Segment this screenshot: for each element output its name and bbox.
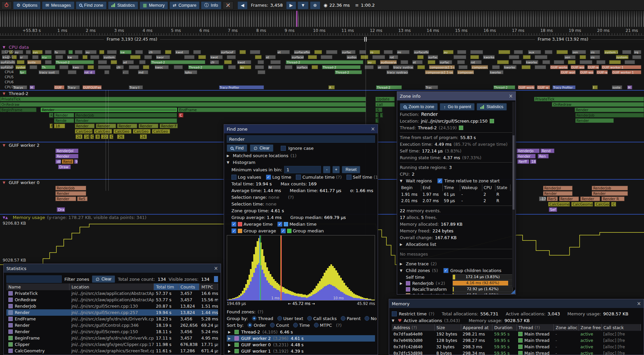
timeline-zone[interactable]: RenderJol [55, 148, 78, 153]
time-ruler[interactable]: +55.83 s 1 ms2 ms3 ms4 ms5 ms6 ms7 ms8 m… [0, 27, 644, 36]
table-row[interactable]: Renderjni/../jni/src/guif/Control.cpp:34… [6, 322, 218, 328]
timeline-zone[interactable]: Ren [538, 154, 549, 159]
timeline-zone[interactable]: CalcGeo [133, 129, 151, 134]
cpu-segment[interactable] [224, 60, 232, 64]
scrollbar-thumb[interactable] [513, 135, 515, 210]
cpu-segment[interactable]: surfacefl [291, 55, 304, 59]
timeline-zone[interactable]: Render [517, 154, 536, 159]
cpu-segment[interactable] [75, 50, 83, 54]
cpu-segment[interactable]: surfacefing [414, 50, 429, 54]
timeline-zone[interactable]: Render [55, 191, 86, 196]
timeline-zone[interactable]: C [178, 113, 183, 118]
cpu-segment[interactable] [457, 50, 466, 54]
radio-button[interactable] [314, 323, 319, 327]
memory-col-header[interactable]: Call stack [601, 324, 641, 331]
cpu-segment[interactable]: cfr [148, 50, 161, 54]
find-zone-titlebar[interactable]: Find zone × [224, 125, 378, 133]
options-button[interactable]: ⚙Options [13, 1, 41, 9]
cpu-segment[interactable]: M [627, 85, 632, 89]
alloc-call-stack[interactable]: [alloc] [fre [601, 350, 641, 355]
cpu-segment[interactable] [258, 60, 264, 64]
cpu-segment[interactable] [459, 65, 468, 69]
stats-col-header[interactable]: MTPC [199, 283, 218, 290]
cpu-segment[interactable]: surfaceflinge [294, 50, 311, 54]
cpu-segment[interactable]: Thread-2 [55, 60, 94, 64]
alloc-call-stack[interactable]: [alloc] [fre [601, 331, 641, 337]
cpu-segment[interactable] [498, 50, 510, 54]
timeline-zone[interactable]: RerS [547, 196, 558, 201]
cpu-segment[interactable] [227, 55, 236, 59]
cpu-segment[interactable] [523, 55, 531, 59]
radio-button[interactable] [248, 323, 252, 327]
found-zone-group[interactable]: ▶GUIF worker 0(3,231)4.48 s [227, 342, 375, 348]
cpu-segment[interactable]: ad [122, 60, 134, 64]
timeline-zone[interactable]: C [90, 134, 94, 139]
cpu-segment[interactable] [258, 70, 265, 74]
source-color-swatch[interactable] [490, 119, 494, 123]
cpu-segment[interactable]: composer@ [471, 65, 488, 69]
cpu-segment[interactable]: au [443, 50, 453, 54]
timeline-zone[interactable]: Render [575, 118, 614, 123]
min-bin-input[interactable] [284, 166, 321, 173]
memory-col-header[interactable]: Zone alloc [554, 324, 579, 331]
cpu-segment[interactable]: system_s [604, 50, 618, 54]
cpu-segment[interactable] [32, 55, 39, 59]
group-children-checkbox[interactable]: ✓ [443, 268, 448, 273]
timeline-zone[interactable]: Update [375, 97, 395, 101]
timeline-zone[interactable]: RenderJob [75, 113, 177, 118]
messages-button[interactable]: ✉Messages [42, 1, 74, 9]
cpu-segment[interactable] [255, 55, 261, 59]
histogram-plot[interactable]: 1 ms10 ms [227, 235, 375, 301]
cpu-segment[interactable]: kw [120, 50, 131, 54]
timeline-zone[interactable]: Rerff [517, 159, 529, 164]
cpu-segment[interactable]: kwo [72, 65, 84, 69]
timeline-zone[interactable]: RenderJo [517, 148, 540, 153]
cpu-segment[interactable] [270, 60, 281, 64]
cpu-segment[interactable]: cfr [210, 60, 219, 64]
cpu-segment[interactable] [492, 65, 500, 69]
cpu-segment[interactable] [622, 50, 631, 54]
cpu-segment[interactable]: kworke [503, 65, 516, 69]
timeline-zone[interactable]: Render [75, 124, 95, 128]
timeline-zone[interactable]: T [375, 118, 379, 123]
timeline-zone[interactable]: RenderJol [543, 186, 573, 190]
timeline-zone[interactable]: Dra [57, 207, 65, 212]
table-row[interactable]: RenderJobjni/../jni/src/guif/Screen.cpp:… [6, 303, 218, 309]
cpu-segment[interactable] [59, 65, 68, 69]
cpu-segment[interactable]: Thread-2 [335, 70, 362, 74]
cpu-segment[interactable] [596, 60, 605, 64]
cpu-segment[interactable] [144, 55, 152, 59]
cpu-segment[interactable]: kworke [483, 55, 495, 59]
table-row[interactable]: Clipperjni/../jni/src/claw/gfx/geo/Clipp… [6, 341, 218, 348]
close-icon[interactable]: × [508, 94, 513, 99]
checkbox[interactable]: ✓ [277, 222, 282, 227]
cpu-segment[interactable]: Tracy Profiler [552, 85, 576, 89]
chevron-right-icon[interactable]: ▶ [227, 154, 231, 158]
timeline-zone[interactable]: S [375, 113, 379, 118]
timeline-zone[interactable]: Draw [58, 165, 71, 169]
crosshair-button[interactable]: ⊕ [310, 1, 320, 9]
chevron-down-icon[interactable]: ▼ [400, 179, 404, 183]
cpu-segment[interactable] [632, 55, 641, 59]
table-row[interactable]: Renderjni/../jni/src/guif/Screen.cpp:150… [6, 328, 218, 335]
cpu-segment[interactable] [580, 60, 592, 64]
cpu-segment[interactable] [143, 65, 149, 69]
cpu-segment[interactable]: surfacef [220, 50, 236, 54]
cpu-segment[interactable]: mi [397, 50, 410, 54]
cpu-segment[interactable]: Th [41, 65, 55, 69]
memory-button[interactable]: ▦Memory [140, 1, 168, 9]
cpu-segment[interactable] [535, 55, 547, 59]
statistics-button[interactable]: Statistics [477, 103, 507, 110]
zoom-to-zone-button[interactable]: Zoom to zone [400, 103, 438, 110]
timeline-zone[interactable]: Render [559, 196, 579, 201]
cpu-segment[interactable] [312, 65, 318, 69]
cpu-segment[interactable]: tracy_systrace [386, 70, 408, 74]
stats-col-header[interactable]: Location [69, 283, 154, 290]
cpu-segment[interactable]: ro [370, 50, 380, 54]
close-icon[interactable]: × [371, 127, 375, 132]
timeline-zone[interactable]: Render [117, 124, 137, 128]
timeline-zone[interactable]: Render [592, 191, 628, 196]
cpu-segment[interactable] [139, 60, 146, 64]
cpu-segment[interactable] [545, 50, 552, 54]
cpu-segment[interactable] [513, 60, 522, 64]
